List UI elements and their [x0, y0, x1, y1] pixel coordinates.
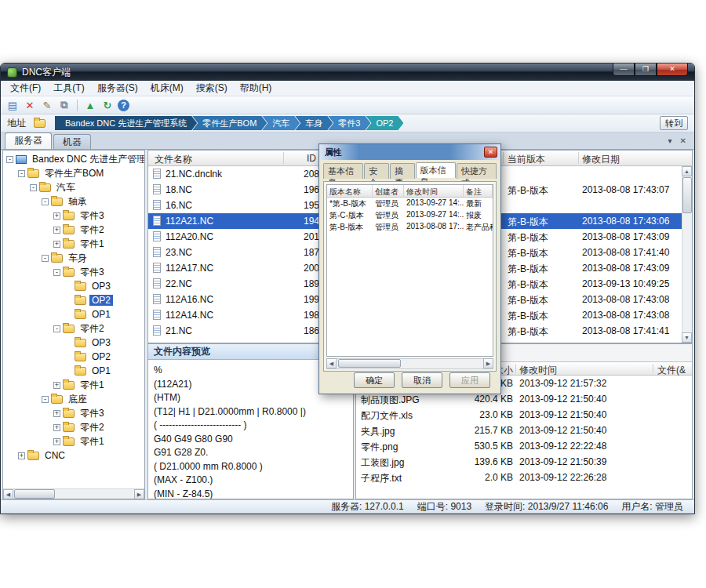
tree-item[interactable]: OP2	[3, 293, 144, 307]
expand-icon[interactable]: +	[18, 452, 25, 459]
tree-item[interactable]: -Bandex DNC 先进生产管理系统	[3, 152, 144, 166]
go-button[interactable]: 转到	[660, 116, 688, 130]
dialog-horizontal-scrollbar[interactable]: ◀ ▶	[326, 358, 493, 369]
tree-item[interactable]: +零件1	[3, 434, 144, 448]
expand-icon[interactable]: +	[53, 438, 60, 445]
menu-item[interactable]: 文件(F)	[4, 80, 47, 96]
pane-menu-icon[interactable]: ▾	[668, 136, 672, 145]
new-file-icon[interactable]: ▤	[5, 98, 20, 112]
copy-icon[interactable]: ⧉	[57, 98, 71, 112]
attachment-row[interactable]: 零件.png530.5 KB2013-09-12 22:22:48	[356, 438, 692, 454]
tree-item[interactable]: +零件2	[3, 223, 144, 237]
tree-item[interactable]: +零件2	[3, 420, 144, 434]
column-modified-date[interactable]: 修改日期	[582, 153, 620, 166]
scroll-thumb[interactable]	[14, 489, 55, 499]
dialog-tab[interactable]: 快捷方式	[457, 163, 497, 179]
tree-item[interactable]: -底座	[3, 392, 144, 406]
column-version-name[interactable]: 版本名称	[327, 185, 373, 197]
titlebar[interactable]: DNC客户端 — ❐ ✕	[1, 64, 694, 81]
attachment-row[interactable]: 工装图.jpg139.6 KB2013-09-12 21:50:39	[356, 454, 692, 470]
collapse-icon[interactable]: -	[53, 269, 60, 276]
breadcrumb-segment[interactable]: 零件3	[328, 116, 370, 130]
collapse-icon[interactable]: -	[42, 396, 49, 403]
scroll-left-icon[interactable]: ◀	[326, 358, 337, 368]
collapse-icon[interactable]: -	[42, 255, 49, 262]
tree-item[interactable]: +零件1	[3, 237, 144, 251]
column-note[interactable]: 备注	[464, 185, 493, 197]
close-button[interactable]: ✕	[657, 64, 688, 76]
cancel-button[interactable]: 取消	[402, 372, 442, 388]
expand-icon[interactable]: +	[53, 410, 60, 417]
dialog-tab[interactable]: 版本信息	[416, 162, 456, 178]
tab-machine[interactable]: 机器	[53, 134, 91, 149]
help-icon[interactable]: ?	[118, 100, 129, 111]
edit-icon[interactable]: ✎	[40, 98, 54, 112]
pane-close-icon[interactable]: ✕	[680, 136, 686, 145]
column-file-name[interactable]: 文件名称	[155, 153, 192, 166]
breadcrumb-segment[interactable]: 零件生产BOM	[192, 116, 267, 130]
scroll-left-icon[interactable]: ◀	[3, 489, 13, 499]
tree-item[interactable]: +零件3	[3, 406, 144, 420]
minimize-button[interactable]: —	[613, 64, 635, 76]
expand-icon[interactable]: +	[53, 382, 60, 389]
tree-item[interactable]: +零件3	[3, 209, 144, 223]
tree-item[interactable]: OP3	[3, 336, 144, 350]
expand-icon[interactable]: +	[53, 424, 60, 431]
tree-item[interactable]: +CNC	[3, 448, 144, 463]
menu-item[interactable]: 搜索(S)	[190, 80, 234, 96]
menu-item[interactable]: 工具(T)	[47, 80, 90, 96]
tree-item[interactable]: +零件1	[3, 378, 144, 392]
collapse-icon[interactable]: -	[53, 325, 60, 332]
collapse-icon[interactable]: -	[30, 184, 37, 191]
expand-icon[interactable]: +	[53, 227, 60, 234]
attachment-row[interactable]: 配刀文件.xls23.0 KB2013-09-12 21:50:40	[356, 407, 692, 423]
tree-item[interactable]: OP2	[3, 350, 144, 364]
ok-button[interactable]: 确定	[354, 372, 395, 388]
version-row[interactable]: *第-B-版本管理员2013-09-27 14:...最新	[327, 198, 493, 209]
column-modify-time[interactable]: 修改时间	[404, 185, 464, 197]
breadcrumb-segment[interactable]: OP2	[366, 116, 403, 130]
expand-icon[interactable]: +	[53, 241, 60, 248]
attachment-row[interactable]: 夹具.jpg215.7 KB2013-09-12 21:50:40	[356, 423, 692, 438]
column-id[interactable]: ID	[258, 153, 316, 164]
tree-item[interactable]: -零件3	[3, 265, 144, 279]
menu-item[interactable]: 帮助(H)	[234, 80, 278, 96]
upload-icon[interactable]: ▲	[83, 98, 97, 112]
scroll-thumb[interactable]	[338, 359, 401, 368]
attachment-row[interactable]: 子程序.txt2.0 KB2013-09-12 22:26:28	[356, 470, 692, 485]
collapse-icon[interactable]: -	[6, 156, 13, 163]
tree-item[interactable]: OP1	[3, 307, 144, 321]
tree-item[interactable]: OP1	[3, 364, 144, 378]
menu-item[interactable]: 机床(M)	[144, 80, 190, 96]
tree-horizontal-scrollbar[interactable]: ◀ ▶	[3, 488, 144, 499]
breadcrumb-segment[interactable]: Bandex DNC 先进生产管理系统	[55, 116, 197, 130]
version-row[interactable]: 第-B-版本管理员2013-08-08 17:...老产品程序	[327, 221, 493, 233]
tree-item[interactable]: -零件生产BOM	[3, 166, 144, 180]
scroll-right-icon[interactable]: ▶	[483, 358, 493, 368]
tab-server[interactable]: 服务器	[5, 132, 52, 149]
refresh-icon[interactable]: ↻	[100, 98, 115, 112]
breadcrumb-segment[interactable]: 车身	[295, 116, 333, 130]
maximize-button[interactable]: ❐	[635, 64, 657, 76]
dialog-close-icon[interactable]: ✕	[484, 147, 497, 158]
dialog-tab[interactable]: 摘要	[390, 163, 415, 179]
scroll-down-icon[interactable]: ▼	[682, 332, 692, 343]
scroll-up-icon[interactable]: ▲	[682, 166, 692, 176]
column-current-version[interactable]: 当前版本	[508, 153, 545, 166]
scroll-thumb[interactable]	[682, 177, 692, 213]
expand-icon[interactable]: +	[53, 212, 60, 220]
tree-item[interactable]: OP3	[3, 279, 144, 293]
menu-item[interactable]: 服务器(S)	[91, 80, 144, 96]
tree-item[interactable]: -轴承	[3, 194, 144, 209]
file-list-scrollbar[interactable]: ▲ ▼	[682, 166, 692, 343]
dialog-tab[interactable]: 基本信息	[323, 163, 363, 179]
dialog-tab[interactable]: 安全	[364, 163, 389, 179]
breadcrumb-segment[interactable]: 汽车	[262, 116, 300, 130]
collapse-icon[interactable]: -	[42, 198, 49, 205]
scroll-right-icon[interactable]: ▶	[134, 489, 144, 499]
column-creator[interactable]: 创建者	[373, 185, 404, 197]
collapse-icon[interactable]: -	[18, 170, 25, 177]
tree-item[interactable]: -车身	[3, 251, 144, 265]
dialog-titlebar[interactable]: 属性 ✕	[319, 144, 500, 160]
delete-icon[interactable]: ✕	[23, 98, 37, 112]
